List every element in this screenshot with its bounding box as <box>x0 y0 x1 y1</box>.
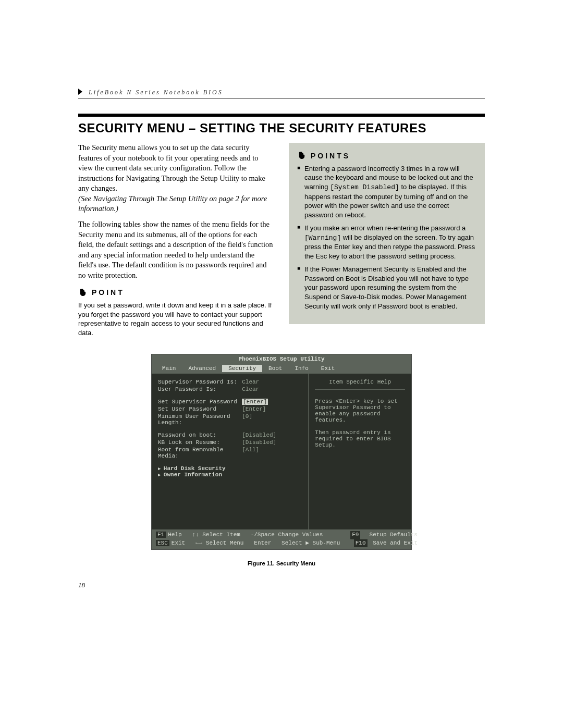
bios-title-bar: PhoenixBIOS Setup Utility <box>152 354 411 364</box>
figure-caption: Figure 11. Security Menu <box>78 560 485 566</box>
bios-menu-item[interactable]: Exit <box>315 365 341 372</box>
points-item-text: If you make an error when re-entering th… <box>304 224 466 232</box>
function-key: F9 <box>350 531 360 539</box>
bios-help-body: Press <Enter> key to set Supervisor Pass… <box>315 398 405 448</box>
footer-label: Help <box>168 531 181 539</box>
bios-field-value-selected: [Enter] <box>242 399 268 405</box>
bios-field-value: [All] <box>242 447 302 459</box>
bios-menu-item[interactable]: Info <box>288 365 314 372</box>
points-callout-header: POINTS <box>297 151 476 161</box>
bios-field-row[interactable]: Set Supervisor Password[Enter] <box>158 399 302 405</box>
bios-menu-item[interactable]: Main <box>156 365 182 372</box>
footer-key: -/Space <box>251 531 275 539</box>
right-column: POINTS Entering a password incorrectly 3… <box>289 143 485 341</box>
bios-field-row[interactable]: User Password Is:Clear <box>158 386 302 392</box>
points-item-text: If the Power Management Security is Enab… <box>304 265 469 310</box>
inline-code: [Warning] <box>304 234 341 242</box>
footer-label: Save and Exit <box>373 539 418 547</box>
intro-paragraph-1: The Security menu allows you to set up t… <box>78 143 274 214</box>
footer-label: Select Menu <box>206 539 244 547</box>
document-page: LifeBook N Series Notebook BIOS SECURITY… <box>0 0 563 589</box>
bios-help-pane: Item Specific Help Press <Enter> key to … <box>309 374 411 529</box>
point-label: POINT <box>92 288 125 298</box>
bios-help-title: Item Specific Help <box>315 379 405 390</box>
function-key: F10 <box>354 539 368 547</box>
running-header: LifeBook N Series Notebook BIOS <box>78 89 485 99</box>
running-header-text: LifeBook N Series Notebook BIOS <box>89 89 223 96</box>
left-column: The Security menu allows you to set up t… <box>78 143 274 341</box>
points-list: Entering a password incorrectly 3 times … <box>297 164 476 311</box>
spacer <box>158 427 302 432</box>
bios-field-label: Supervisor Password Is: <box>158 379 242 385</box>
footer-label: Change Values <box>278 531 323 539</box>
points-item: If you make an error when re-entering th… <box>297 224 476 261</box>
bios-screenshot: PhoenixBIOS Setup Utility Main Advanced … <box>151 354 412 550</box>
spacer <box>158 393 302 399</box>
bios-fields-pane: Supervisor Password Is:Clear User Passwo… <box>152 374 309 529</box>
header-arrow-icon <box>78 89 82 95</box>
bios-footer-row: F1Help ↑↓ Select Item -/Space Change Val… <box>156 531 407 539</box>
bios-field-label: Password on boot: <box>158 432 242 438</box>
footer-label: Select ▶ Sub-Menu <box>282 539 340 547</box>
intro-paragraph-2: The following tables show the names of t… <box>78 219 274 280</box>
footer-label: Exit <box>172 539 185 547</box>
bios-menu-bar: Main Advanced Security Boot Info Exit <box>152 364 411 373</box>
bios-field-value: [Disabled] <box>242 432 302 438</box>
bios-body: Supervisor Password Is:Clear User Passwo… <box>152 373 411 529</box>
bios-field-label: User Password Is: <box>158 386 242 392</box>
arrows-horizontal-icon: ←→ <box>195 539 202 547</box>
footer-label: Select Item <box>202 531 240 539</box>
bios-field-row[interactable]: Minimum User Password Length:[0] <box>158 413 302 426</box>
intro-cross-reference: (See Navigating Through The Setup Utilit… <box>78 194 267 213</box>
function-key: ESC <box>156 540 169 546</box>
bios-field-row[interactable]: KB Lock on Resume:[Disabled] <box>158 439 302 446</box>
bios-field-label: Boot from Removable Media: <box>158 447 242 459</box>
bios-field-value: Clear <box>242 379 302 385</box>
bios-field-row[interactable]: Password on boot:[Disabled] <box>158 432 302 438</box>
bios-field-value: [0] <box>242 413 302 426</box>
bios-field-label: Set User Password <box>158 406 242 412</box>
bios-menu-item[interactable]: Boot <box>262 365 288 372</box>
bios-field-row[interactable]: Boot from Removable Media:[All] <box>158 447 302 459</box>
footer-key: Enter <box>254 539 271 547</box>
bios-footer: F1Help ↑↓ Select Item -/Space Change Val… <box>152 529 411 549</box>
bios-field-label: Set Supervisor Password <box>158 399 242 405</box>
inline-code: [System Disabled] <box>330 183 399 191</box>
arrows-vertical-icon: ↑↓ <box>192 531 199 539</box>
pointer-icon <box>78 288 88 298</box>
bios-submenu-item[interactable]: Hard Disk Security <box>158 465 302 472</box>
bios-field-label: KB Lock on Resume: <box>158 439 242 446</box>
points-label: POINTS <box>311 151 350 161</box>
title-rule <box>78 114 485 117</box>
bios-submenu-item[interactable]: Owner Information <box>158 472 302 478</box>
point-callout-header: POINT <box>78 288 274 298</box>
intro-text-1: The Security menu allows you to set up t… <box>78 143 265 192</box>
page-title: SECURITY MENU – SETTING THE SECURITY FEA… <box>78 121 485 135</box>
points-callout-box: POINTS Entering a password incorrectly 3… <box>289 143 485 324</box>
bios-field-label: Minimum User Password Length: <box>158 413 242 426</box>
pointer-icon <box>297 151 307 161</box>
page-number: 18 <box>78 581 485 589</box>
footer-label: Setup Defaults <box>370 531 418 539</box>
bios-field-value: [Disabled] <box>242 439 302 446</box>
spacer <box>158 460 302 465</box>
bios-field-value: Clear <box>242 386 302 392</box>
function-key: F1 <box>156 532 166 538</box>
points-item: If the Power Management Security is Enab… <box>297 265 476 311</box>
bios-field-value: [Enter] <box>242 406 302 412</box>
bios-field-row[interactable]: Set User Password[Enter] <box>158 406 302 412</box>
bios-field-row[interactable]: Supervisor Password Is:Clear <box>158 379 302 385</box>
two-column-layout: The Security menu allows you to set up t… <box>78 143 485 341</box>
points-item: Entering a password incorrectly 3 times … <box>297 164 476 219</box>
point-callout-body: If you set a password, write it down and… <box>78 301 274 337</box>
bios-menu-item[interactable]: Advanced <box>182 365 222 372</box>
bios-menu-item-active[interactable]: Security <box>222 365 262 372</box>
bios-footer-row: ESCExit ←→ Select Menu Enter Select ▶ Su… <box>156 539 407 547</box>
